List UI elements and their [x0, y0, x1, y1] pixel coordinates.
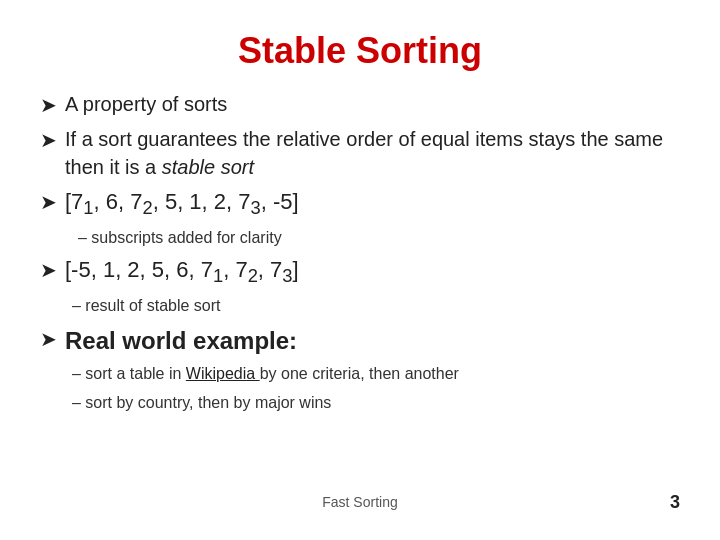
bullet-4: ➤ [-5, 1, 2, 5, 6, 71, 72, 73] — [40, 255, 680, 289]
bullet-text-5: Real world example: — [65, 324, 297, 358]
bullet-text-2: If a sort guarantees the relative order … — [65, 125, 680, 181]
slide-title: Stable Sorting — [40, 30, 680, 72]
bullet-icon-1: ➤ — [40, 91, 57, 119]
bullet-5: ➤ Real world example: — [40, 324, 680, 358]
sub-bullet-5b: – sort by country, then by major wins — [72, 392, 680, 414]
slide: Stable Sorting ➤ A property of sorts ➤ I… — [0, 0, 720, 540]
bullet-icon-2: ➤ — [40, 126, 57, 154]
wikipedia-link[interactable]: Wikipedia — [186, 365, 260, 382]
footer-label: Fast Sorting — [322, 494, 397, 510]
bullet-3: ➤ [71, 6, 72, 5, 1, 2, 73, -5] — [40, 187, 680, 221]
slide-content: ➤ A property of sorts ➤ If a sort guaran… — [40, 90, 680, 484]
footer-page: 3 — [670, 492, 680, 513]
sub-bullet-5a: – sort a table in Wikipedia by one crite… — [72, 363, 680, 385]
bullet-text-4: [-5, 1, 2, 5, 6, 71, 72, 73] — [65, 255, 299, 289]
footer: Fast Sorting 3 — [40, 484, 680, 510]
sub-text-4: – result of stable sort — [72, 295, 221, 317]
bullet-icon-5: ➤ — [40, 325, 57, 353]
sub-bullet-4: – result of stable sort — [72, 295, 680, 317]
bullet-icon-3: ➤ — [40, 188, 57, 216]
bullet-icon-4: ➤ — [40, 256, 57, 284]
sub-text-5a: – sort a table in Wikipedia by one crite… — [72, 363, 459, 385]
bullet-2: ➤ If a sort guarantees the relative orde… — [40, 125, 680, 181]
bullet-text-3: [71, 6, 72, 5, 1, 2, 73, -5] — [65, 187, 299, 221]
sub-bullet-3: – subscripts added for clarity — [72, 227, 680, 249]
bullet-1: ➤ A property of sorts — [40, 90, 680, 119]
sub-text-5b: – sort by country, then by major wins — [72, 392, 331, 414]
sub-text-3: – subscripts added for clarity — [78, 227, 282, 249]
bullet-text-1: A property of sorts — [65, 90, 227, 118]
